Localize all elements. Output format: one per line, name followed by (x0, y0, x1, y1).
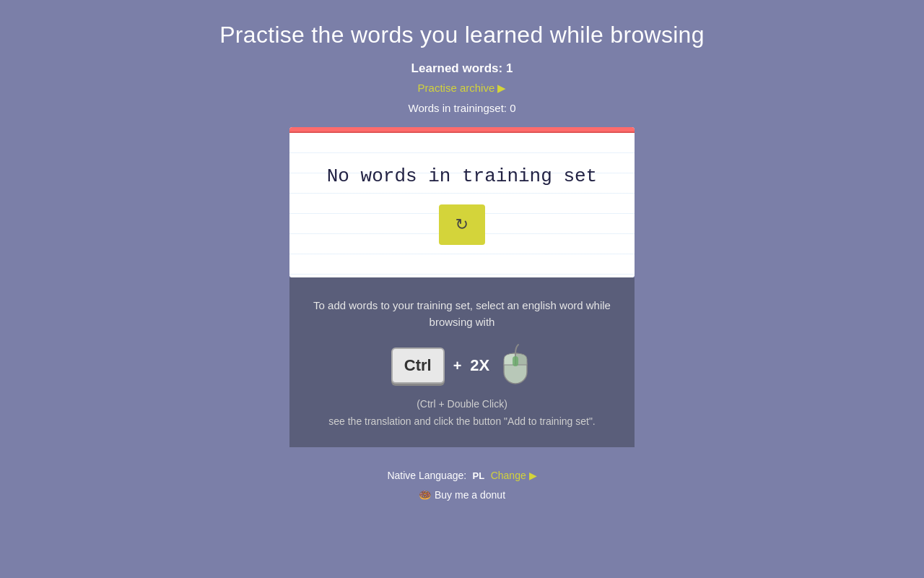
native-language-row: Native Language: PL Change ▶ (387, 469, 536, 482)
svg-rect-2 (513, 356, 518, 366)
donut-label: Buy me a donut (435, 489, 505, 501)
page-title: Practise the words you learned while bro… (219, 22, 705, 48)
change-language-link[interactable]: Change ▶ (491, 470, 537, 481)
words-in-trainingset: Words in trainingset: 0 (409, 102, 516, 114)
shortcut-description: see the translation and click the button… (311, 415, 613, 427)
instruction-text: To add words to your training set, selec… (311, 298, 613, 330)
reload-button[interactable]: ↺ (439, 204, 485, 245)
shortcut-caption: (Ctrl + Double Click) (311, 398, 613, 410)
donut-emoji: 🍩 (419, 489, 431, 501)
flashcard-top-line (289, 127, 635, 133)
no-words-message: No words in training set (327, 165, 597, 187)
reload-icon: ↺ (456, 215, 468, 234)
native-language-label: Native Language: (387, 470, 466, 481)
plus-sign: + (453, 358, 462, 374)
mouse-icon (498, 343, 533, 388)
2x-label: 2X (470, 356, 489, 375)
flashcard-card: No words in training set ↺ (289, 127, 635, 277)
footer: Native Language: PL Change ▶ 🍩 Buy me a … (387, 469, 536, 501)
buy-donut-link[interactable]: 🍩 Buy me a donut (419, 489, 505, 501)
flashcard-body: No words in training set ↺ (289, 133, 635, 277)
info-panel: To add words to your training set, selec… (289, 277, 635, 447)
shortcut-area: Ctrl + 2X (311, 343, 613, 388)
native-language-code: PL (473, 470, 485, 481)
practise-archive-link[interactable]: Practise archive ▶ (418, 82, 507, 95)
ctrl-key-label: Ctrl (391, 348, 445, 384)
learned-words-count: Learned words: 1 (411, 61, 513, 76)
